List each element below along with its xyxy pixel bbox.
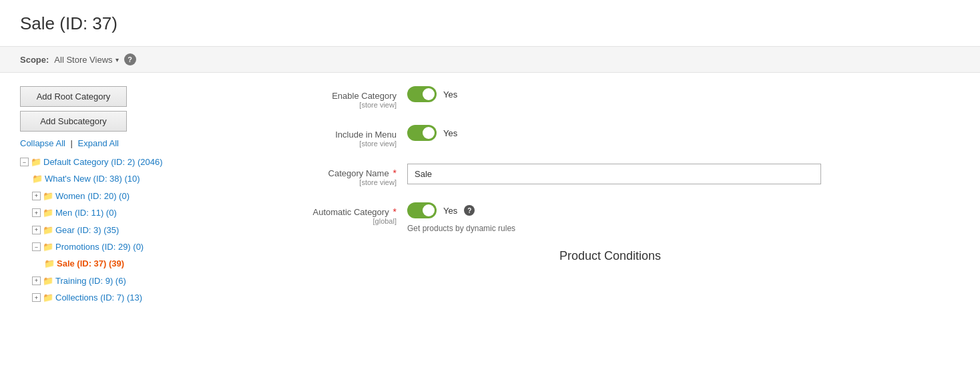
scope-select[interactable]: All Store Views ▾: [54, 55, 118, 65]
required-indicator-2: *: [393, 206, 397, 217]
list-item[interactable]: + 📁 Women (ID: 20) (0): [32, 188, 234, 204]
scope-help-icon[interactable]: ?: [124, 53, 136, 65]
include-in-menu-toggle[interactable]: [407, 125, 437, 141]
folder-icon: 📁: [43, 290, 53, 305]
automatic-category-sublabel: [global]: [260, 217, 397, 225]
folder-icon: 📁: [31, 154, 41, 170]
expand-all-link[interactable]: Expand All: [78, 138, 119, 148]
include-in-menu-sublabel: [store view]: [260, 140, 397, 148]
main-content: Add Root Category Add Subcategory Collap…: [0, 73, 980, 320]
expand-icon[interactable]: +: [32, 226, 41, 234]
automatic-category-help-text: Get products by dynamic rules: [407, 224, 515, 233]
category-name-label: Category Name: [328, 168, 389, 178]
tree-item-label: Men (ID: 11) (0): [55, 205, 117, 220]
enable-category-field: Enable Category [store view] Yes: [260, 86, 960, 109]
tree-item-label: What's New (ID: 38) (10): [45, 171, 140, 186]
list-item[interactable]: 📁 Sale (ID: 37) (39): [44, 255, 234, 272]
tree-item-label: Default Category (ID: 2) (2046): [43, 154, 162, 170]
include-in-menu-label: Include in Menu: [335, 130, 397, 140]
enable-category-sublabel: [store view]: [260, 101, 397, 109]
include-in-menu-field: Include in Menu [store view] Yes: [260, 125, 960, 148]
expand-icon[interactable]: +: [32, 276, 41, 285]
list-item[interactable]: + 📁 Collections (ID: 7) (13): [32, 289, 234, 306]
enable-category-yes-label: Yes: [443, 89, 457, 100]
folder-icon: 📁: [43, 222, 53, 238]
tree-separator: |: [71, 138, 75, 148]
required-indicator: *: [393, 168, 397, 178]
chevron-down-icon: ▾: [115, 56, 119, 63]
enable-category-label: Enable Category: [332, 91, 397, 101]
category-name-input[interactable]: [407, 164, 821, 184]
folder-icon: 📁: [32, 171, 43, 186]
scope-bar: Scope: All Store Views ▾ ?: [0, 46, 980, 73]
folder-icon: 📁: [43, 205, 53, 220]
expand-icon[interactable]: +: [32, 192, 41, 200]
list-item[interactable]: + 📁 Men (ID: 11) (0): [32, 204, 234, 221]
scope-value: All Store Views: [54, 55, 112, 65]
list-item[interactable]: + 📁 Training (ID: 9) (6): [32, 272, 234, 289]
enable-category-toggle[interactable]: [407, 86, 437, 102]
category-tree: − 📁 Default Category (ID: 2) (2046) 📁 Wh…: [20, 154, 234, 307]
folder-icon: 📁: [44, 256, 55, 271]
add-subcategory-button[interactable]: Add Subcategory: [20, 111, 127, 132]
automatic-category-label: Automatic Category: [312, 207, 389, 217]
expand-icon[interactable]: −: [20, 158, 29, 166]
automatic-category-help-icon[interactable]: ?: [464, 205, 475, 216]
include-in-menu-yes-label: Yes: [443, 128, 457, 138]
right-panel: Enable Category [store view] Yes Include…: [260, 86, 960, 307]
expand-icon[interactable]: +: [32, 208, 41, 217]
category-name-field: Category Name * [store view]: [260, 164, 960, 186]
folder-icon: 📁: [43, 273, 53, 289]
automatic-category-yes-label: Yes: [443, 206, 457, 216]
automatic-category-toggle[interactable]: [407, 202, 437, 218]
tree-item-label: Training (ID: 9) (6): [55, 273, 126, 289]
tree-item-label: Gear (ID: 3) (35): [55, 222, 119, 238]
tree-item-label: Collections (ID: 7) (13): [55, 290, 142, 305]
tree-item-label-active: Sale (ID: 37) (39): [57, 256, 124, 271]
tree-item-label: Promotions (ID: 29) (0): [55, 239, 144, 254]
list-item[interactable]: − 📁 Promotions (ID: 29) (0): [32, 238, 234, 255]
scope-label: Scope:: [20, 55, 49, 65]
left-panel: Add Root Category Add Subcategory Collap…: [20, 86, 234, 307]
automatic-category-field: Automatic Category * [global] Yes ? Get …: [260, 202, 960, 233]
product-conditions-title: Product Conditions: [260, 249, 960, 263]
add-root-category-button[interactable]: Add Root Category: [20, 86, 127, 107]
list-item[interactable]: 📁 What's New (ID: 38) (10): [32, 170, 234, 187]
expand-icon[interactable]: −: [32, 242, 41, 251]
collapse-all-link[interactable]: Collapse All: [20, 138, 65, 148]
list-item[interactable]: − 📁 Default Category (ID: 2) (2046): [20, 154, 234, 170]
folder-icon: 📁: [43, 239, 53, 254]
category-name-sublabel: [store view]: [260, 178, 397, 186]
folder-icon: 📁: [43, 188, 53, 204]
tree-item-label: Women (ID: 20) (0): [55, 188, 130, 204]
expand-icon[interactable]: +: [32, 293, 41, 302]
tree-controls: Collapse All | Expand All: [20, 138, 234, 148]
page-title: Sale (ID: 37): [0, 0, 980, 46]
list-item[interactable]: + 📁 Gear (ID: 3) (35): [32, 222, 234, 238]
